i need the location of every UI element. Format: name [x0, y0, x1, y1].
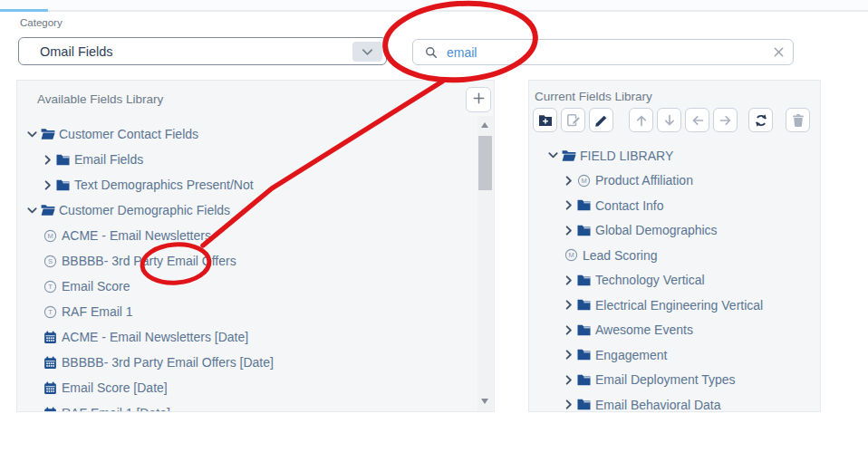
search-box — [412, 39, 794, 65]
refresh-icon — [754, 113, 768, 128]
tree-item[interactable]: Customer Contact Fields — [17, 121, 476, 147]
current-fields-panel: Current Fields Library FIELD LIBRARYMPro… — [528, 80, 821, 412]
tree-item-label: ACME - Email Newsletters [Date] — [62, 330, 248, 344]
tree-item[interactable]: Email Fields — [17, 147, 476, 172]
move-up-button[interactable] — [629, 108, 653, 132]
tree-item[interactable]: Technology Vertical — [529, 268, 818, 294]
tree-item[interactable]: RAF Email 1 [Date] — [17, 400, 476, 412]
tree-item-label: RAF Email 1 [Date] — [62, 406, 170, 412]
folder-closed-icon — [577, 299, 595, 311]
tree-item[interactable]: Awesome Events — [529, 318, 818, 343]
folder-closed-icon — [56, 154, 74, 166]
tree-item[interactable]: Engagement — [529, 342, 818, 368]
circle-s-icon: S — [43, 255, 62, 268]
circle-t-icon: T — [43, 280, 62, 294]
search-input[interactable] — [445, 44, 773, 61]
tree-item-label: Customer Demographic Fields — [59, 203, 230, 217]
chevron-right-icon[interactable] — [42, 179, 56, 191]
plus-icon — [472, 91, 486, 109]
scrollbar-thumb[interactable] — [478, 136, 492, 190]
tree-item-label: Electrical Engineering Vertical — [595, 298, 763, 313]
arrow-right-icon — [719, 113, 733, 128]
tree-item[interactable]: Email Score [Date] — [17, 375, 476, 400]
tree-item[interactable]: BBBBB- 3rd Party Email Offers [Date] — [17, 350, 476, 375]
tree-item-label: Technology Vertical — [595, 273, 705, 287]
tree-item-label: Engagement — [595, 348, 667, 362]
folder-closed-icon — [577, 399, 595, 410]
add-folder-button[interactable] — [533, 108, 557, 132]
trash-icon — [791, 113, 805, 128]
chevron-right-icon[interactable] — [563, 175, 577, 187]
svg-text:T: T — [48, 308, 53, 316]
tree-item[interactable]: Electrical Engineering Vertical — [529, 293, 818, 318]
move-right-button[interactable] — [713, 108, 738, 132]
tree-item[interactable]: Customer Demographic Fields — [17, 197, 476, 223]
scroll-up-icon[interactable] — [481, 122, 488, 128]
clear-search-button[interactable] — [773, 46, 785, 58]
edit-button[interactable] — [589, 108, 613, 132]
chevron-right-icon[interactable] — [563, 324, 577, 336]
tree-item[interactable]: Contact Info — [529, 193, 818, 218]
circle-m-icon: M — [564, 248, 583, 262]
tree-item[interactable]: Text Demographics Present/Not — [17, 172, 476, 197]
move-down-button[interactable] — [657, 108, 681, 132]
chevron-right-icon[interactable] — [563, 349, 577, 361]
tree-item-label: BBBBB- 3rd Party Email Offers [Date] — [62, 355, 274, 370]
tree-item[interactable]: MProduct Affiliation — [529, 168, 818, 194]
scrollbar[interactable] — [477, 116, 493, 410]
tree-item[interactable]: FIELD LIBRARY — [529, 143, 818, 168]
refresh-button[interactable] — [748, 108, 773, 132]
folder-open-icon — [562, 149, 580, 162]
search-icon — [425, 46, 438, 59]
current-fields-tree: FIELD LIBRARYMProduct AffiliationContact… — [529, 143, 818, 412]
tree-item[interactable]: TRAF Email 1 — [17, 299, 476, 324]
tree-item[interactable]: MLead Scoring — [529, 243, 818, 268]
chevron-down-icon[interactable] — [547, 149, 562, 161]
folder-closed-icon — [577, 274, 595, 286]
chevron-down-icon[interactable] — [26, 129, 41, 140]
rename-icon — [566, 113, 581, 128]
tree-item-label: BBBBB- 3rd Party Email Offers — [62, 254, 236, 268]
tree-item[interactable]: MACME - Email Newsletters — [17, 223, 476, 248]
calendar-icon — [43, 356, 62, 370]
move-left-button[interactable] — [685, 108, 709, 132]
tree-item-label: Product Affiliation — [595, 173, 693, 188]
chevron-right-icon[interactable] — [563, 225, 577, 236]
tree-item-label: Contact Info — [595, 198, 664, 213]
available-fields-tree: Customer Contact FieldsEmail FieldsText … — [17, 121, 476, 412]
chevron-right-icon[interactable] — [563, 274, 577, 286]
chevron-right-icon[interactable] — [563, 199, 577, 211]
top-tab-strip — [0, 0, 868, 12]
tree-item-label: Email Fields — [74, 152, 143, 167]
svg-text:T: T — [48, 283, 53, 291]
tree-item[interactable]: Global Demographics — [529, 218, 818, 244]
circle-m-icon: M — [43, 229, 62, 243]
scroll-down-icon[interactable] — [481, 399, 488, 404]
tree-item[interactable]: SBBBBB- 3rd Party Email Offers — [17, 248, 476, 274]
tree-item[interactable]: Email Behavioral Data — [529, 392, 818, 412]
folder-closed-icon — [56, 179, 74, 191]
tree-item[interactable]: ACME - Email Newsletters [Date] — [17, 324, 476, 350]
add-field-button[interactable] — [466, 87, 491, 112]
chevron-down-icon[interactable] — [352, 42, 382, 62]
delete-button[interactable] — [786, 108, 810, 132]
folder-closed-icon — [577, 225, 595, 236]
rename-button[interactable] — [561, 108, 585, 132]
chevron-right-icon[interactable] — [563, 399, 577, 410]
folder-closed-icon — [577, 324, 595, 336]
tree-item-label: Email Behavioral Data — [595, 398, 721, 412]
tree-item[interactable]: Email Deployment Types — [529, 368, 818, 393]
chevron-right-icon[interactable] — [563, 374, 577, 386]
circle-m-icon: M — [577, 174, 595, 188]
tree-item-label: Email Score — [62, 279, 130, 294]
active-tab-underline — [0, 9, 48, 12]
chevron-down-icon[interactable] — [26, 205, 41, 217]
calendar-icon — [43, 331, 62, 344]
category-select[interactable]: Omail Fields — [18, 37, 387, 65]
tree-item-label: Email Score [Date] — [62, 380, 168, 395]
chevron-right-icon[interactable] — [42, 154, 56, 166]
category-select-value: Omail Fields — [19, 44, 113, 59]
chevron-right-icon[interactable] — [563, 299, 577, 311]
tree-item-label: Email Deployment Types — [595, 372, 736, 387]
tree-item[interactable]: TEmail Score — [17, 274, 476, 299]
